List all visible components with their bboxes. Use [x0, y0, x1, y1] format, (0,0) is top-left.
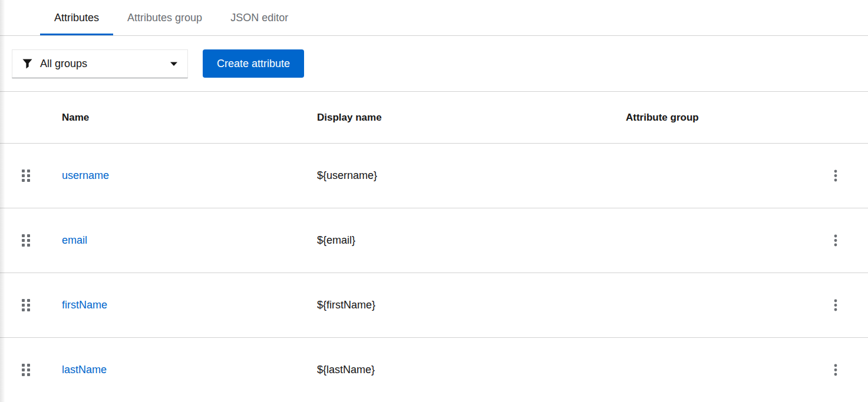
chevron-down-icon	[170, 61, 178, 67]
row-kebab-menu-button[interactable]	[828, 360, 843, 380]
tab-bar: Attributes Attributes group JSON editor	[0, 0, 868, 36]
attribute-display-name: ${firstName}	[317, 299, 626, 311]
filter-icon	[22, 59, 32, 69]
column-header-attribute-group: Attribute group	[626, 112, 803, 124]
attribute-display-name: ${lastName}	[317, 364, 626, 376]
create-attribute-button[interactable]: Create attribute	[203, 49, 304, 78]
attributes-toolbar: All groups Create attribute	[0, 36, 868, 92]
table-row: email ${email}	[0, 208, 868, 273]
user-profile-attributes-page: Attributes Attributes group JSON editor …	[0, 0, 868, 402]
attribute-name-link[interactable]: lastName	[62, 364, 107, 376]
tab-attributes[interactable]: Attributes	[40, 0, 113, 35]
table-row: lastName ${lastName}	[0, 338, 868, 402]
table-header-row: Name Display name Attribute group	[0, 92, 868, 144]
table-row: firstName ${firstName}	[0, 273, 868, 338]
drag-handle-icon[interactable]	[22, 170, 31, 182]
attribute-name-link[interactable]: firstName	[62, 299, 107, 311]
attribute-display-name: ${email}	[317, 234, 626, 247]
drag-handle-icon[interactable]	[22, 299, 31, 311]
tab-json-editor[interactable]: JSON editor	[216, 0, 302, 35]
drag-handle-icon[interactable]	[22, 234, 31, 247]
column-header-display-name: Display name	[317, 112, 626, 124]
group-filter-value: All groups	[40, 58, 170, 70]
attribute-name-link[interactable]: email	[62, 234, 87, 246]
drag-handle-icon[interactable]	[22, 364, 31, 376]
row-kebab-menu-button[interactable]	[828, 166, 843, 185]
tab-attributes-group[interactable]: Attributes group	[113, 0, 216, 35]
column-header-name: Name	[62, 112, 317, 124]
row-kebab-menu-button[interactable]	[828, 295, 843, 315]
group-filter-select[interactable]: All groups	[12, 49, 188, 78]
table-row: username ${username}	[0, 144, 868, 208]
attribute-display-name: ${username}	[317, 170, 626, 182]
row-kebab-menu-button[interactable]	[828, 231, 843, 250]
attribute-name-link[interactable]: username	[62, 170, 109, 181]
